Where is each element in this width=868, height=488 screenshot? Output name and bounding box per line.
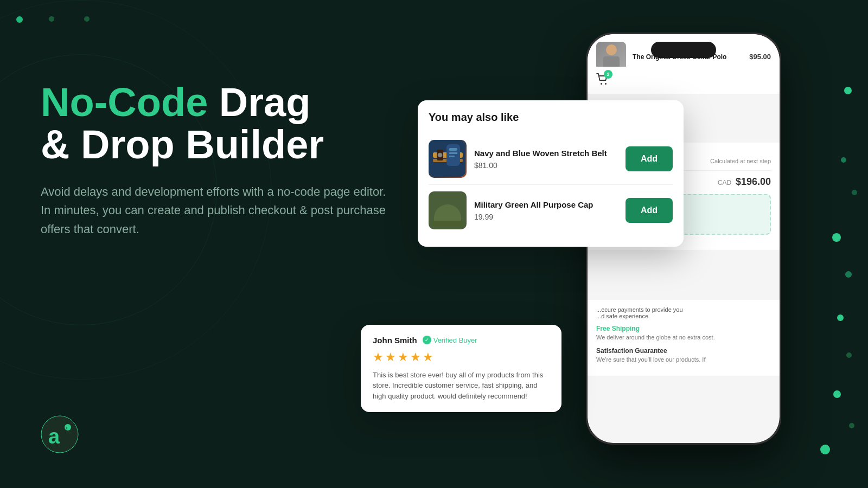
belt-info: Navy and Blue Woven Stretch Belt $81.00 [474, 148, 618, 170]
verified-icon: ✓ [423, 336, 431, 344]
star-rating: ★ ★ ★ ★ ★ [373, 350, 550, 364]
subtext: Avoid delays and development efforts wit… [41, 183, 388, 238]
dot-tr-4 [832, 233, 841, 242]
dot-tl-2 [49, 16, 54, 22]
satisfaction-text: We're sure that you'll love our products… [596, 356, 771, 363]
svg-rect-14 [449, 156, 455, 157]
svg-rect-13 [449, 152, 457, 154]
dot-tr-8 [833, 390, 841, 398]
cap-add-button[interactable]: Add [626, 198, 673, 223]
belt-price: $81.00 [474, 161, 618, 170]
star-2: ★ [385, 350, 396, 364]
cap-name: Military Green All Purpose Cap [474, 200, 618, 210]
phone-cart-header: 2 [588, 67, 780, 94]
dot-tr-2 [841, 157, 846, 163]
polo-person-head [606, 44, 617, 55]
total-value: $196.00 [736, 176, 771, 187]
logo: a i [41, 415, 79, 455]
reviewer-name: John Smith [373, 336, 417, 345]
dot-tr-3 [852, 190, 857, 195]
left-content: No-Code Drag & Drop Builder Avoid delays… [41, 81, 410, 239]
svg-point-10 [438, 153, 442, 157]
star-4: ★ [410, 350, 421, 364]
star-5: ★ [423, 350, 433, 364]
review-card: John Smith ✓ Verified Buyer ★ ★ ★ ★ ★ Th… [361, 325, 561, 413]
cap-info: Military Green All Purpose Cap 19.99 [474, 200, 618, 221]
verified-label: Verified Buyer [433, 336, 477, 344]
dot-tr-7 [846, 352, 852, 358]
phone-mockup-area: 2 The Original Dress Collar Polo $95.00 … [586, 33, 781, 477]
upsell-card: You may also like Navy and Blue Woven St… [418, 100, 684, 247]
free-shipping-text: We deliver around the globe at no extra … [596, 334, 771, 341]
cart-count: 2 [604, 70, 612, 79]
dot-tr-6 [837, 314, 844, 321]
upsell-item-belt: Navy and Blue Woven Stretch Belt $81.00 … [429, 133, 673, 185]
belt-image [429, 140, 467, 178]
main-heading: No-Code Drag & Drop Builder [41, 81, 410, 165]
review-header: John Smith ✓ Verified Buyer [373, 336, 550, 345]
total-currency: CAD [718, 179, 731, 187]
shipping-value: Calculated at next step [710, 158, 771, 164]
phone-notch [651, 42, 716, 58]
star-1: ★ [373, 350, 384, 364]
logo-icon: a i [41, 415, 79, 453]
dot-tr-5 [845, 271, 852, 278]
upsell-item-cap: Military Green All Purpose Cap 19.99 Add [429, 185, 673, 236]
cap-image [429, 191, 467, 229]
svg-rect-12 [449, 148, 457, 151]
cap-brim [431, 221, 464, 226]
dot-tl-1 [16, 16, 23, 23]
dot-tr-10 [820, 445, 830, 454]
product-price-polo: $95.00 [749, 53, 771, 61]
heading-drop-builder: & Drop Builder [41, 122, 324, 167]
heading-nocode: No-Code [41, 80, 219, 125]
heading-drag: Drag [219, 80, 311, 125]
cap-price: 19.99 [474, 213, 618, 221]
total-value-wrap: CAD $196.00 [718, 176, 771, 188]
svg-point-4 [601, 83, 602, 85]
verified-badge: ✓ Verified Buyer [423, 336, 477, 344]
star-3: ★ [398, 350, 409, 364]
upsell-title: You may also like [429, 111, 673, 124]
cart-badge: 2 [596, 73, 609, 87]
payments-text: ...ecure payments to provide you...d saf… [596, 306, 771, 319]
dot-tr-9 [849, 423, 854, 428]
belt-name: Navy and Blue Woven Stretch Belt [474, 148, 618, 159]
svg-text:a: a [48, 425, 60, 448]
cap-shape [434, 204, 461, 225]
cap-top [434, 204, 461, 221]
satisfaction-label: Satisfaction Guarantee [596, 347, 771, 355]
belt-add-button[interactable]: Add [626, 146, 673, 171]
svg-point-2 [65, 424, 71, 431]
free-shipping-label: Free Shipping [596, 325, 771, 332]
phone-bottom-info: ...ecure payments to provide you...d saf… [588, 300, 780, 376]
dot-tl-3 [84, 16, 90, 22]
review-text: This is best store ever! buy all of my p… [373, 370, 550, 402]
dot-tr-1 [844, 87, 852, 94]
svg-point-5 [605, 83, 607, 85]
svg-text:i: i [66, 426, 67, 431]
svg-rect-11 [446, 144, 460, 166]
